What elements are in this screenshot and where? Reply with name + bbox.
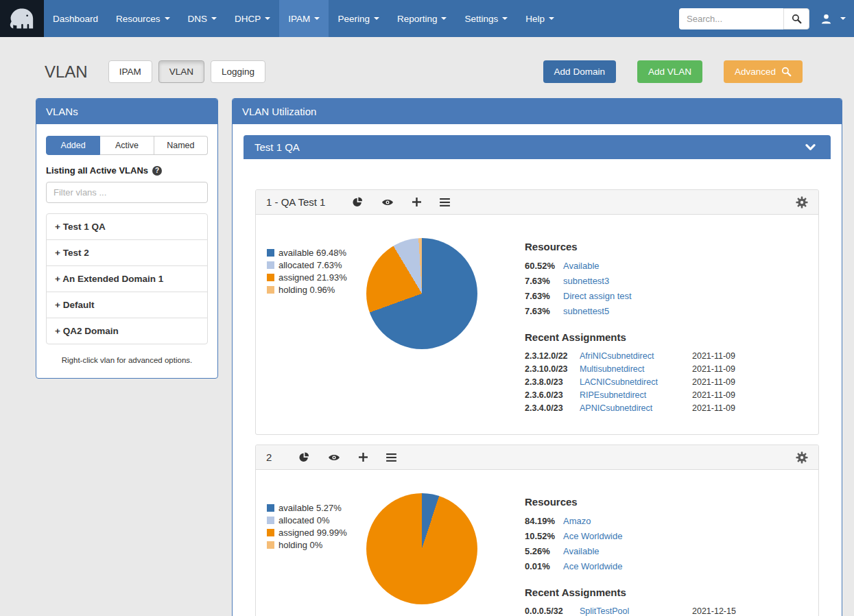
nav-item-label: Dashboard (53, 14, 98, 24)
nav-item-peering[interactable]: Peering (329, 0, 388, 37)
resource-link[interactable]: subnettest3 (563, 276, 609, 286)
recent-assignment-row: 2.3.10.0/23Multisubnetdirect2021-11-09 (525, 364, 807, 374)
nav-item-ipam[interactable]: IPAM (279, 0, 329, 37)
section-title: Test 1 QA (254, 141, 300, 153)
question-icon[interactable]: ? (152, 166, 162, 176)
vlan-card-body: available 69.48%allocated 7.63%assigned … (256, 215, 818, 434)
assignment-date: 2021-11-09 (692, 364, 807, 374)
vlan-item-an-extended-domain-1[interactable]: + An Extended Domain 1 (46, 265, 208, 292)
nav-item-label: DNS (188, 14, 208, 24)
search-icon (781, 67, 792, 77)
eye-icon[interactable] (381, 198, 394, 206)
elephant-logo-icon[interactable] (0, 0, 44, 37)
tab-ipam[interactable]: IPAM (108, 60, 152, 83)
global-search (679, 8, 809, 29)
caret-down-icon (840, 17, 846, 20)
legend-label: holding 0.96% (278, 285, 335, 295)
view-tabs: IPAMVLANLogging (108, 60, 265, 83)
pie-chart-area (363, 484, 481, 616)
resource-link[interactable]: Ace Worldwide (563, 561, 622, 571)
gear-icon[interactable] (796, 451, 808, 464)
assignment-link[interactable]: APNICsubnetdirect (580, 403, 684, 413)
global-search-button[interactable] (783, 8, 809, 29)
recent-assignments-heading: Recent Assignments (525, 331, 807, 343)
vlan-tab-named[interactable]: Named (154, 136, 208, 155)
assignment-link[interactable]: AfriNICsubnetdirect (580, 351, 684, 361)
caret-down-icon (441, 17, 447, 20)
vlan-tab-added[interactable]: Added (46, 136, 100, 155)
gear-icon[interactable] (796, 196, 808, 209)
resource-row: 7.63%Direct assign test (525, 291, 807, 301)
recent-assignment-row: 2.3.12.0/22AfriNICsubnetdirect2021-11-09 (525, 351, 807, 361)
resource-link[interactable]: Direct assign test (563, 291, 632, 301)
resource-percent: 60.52% (525, 261, 563, 271)
assignment-link[interactable]: Multisubnetdirect (580, 364, 684, 374)
search-icon (792, 14, 802, 24)
add-vlan-button[interactable]: Add VLAN (637, 60, 702, 83)
resource-link[interactable]: Amazo (563, 516, 591, 526)
legend-swatch (267, 504, 274, 512)
nav-item-reporting[interactable]: Reporting (388, 0, 456, 37)
assignment-link[interactable]: RIPEsubnetdirect (580, 390, 684, 400)
user-menu[interactable] (820, 13, 846, 25)
plus-icon[interactable] (412, 198, 421, 206)
legend-label: available 5.27% (278, 503, 342, 513)
legend-label: available 69.48% (278, 248, 346, 258)
eye-icon[interactable] (328, 453, 340, 462)
vlan-item-qa2-domain[interactable]: + QA2 Domain (46, 318, 208, 344)
recent-assignment-row: 2.3.6.0/23RIPEsubnetdirect2021-11-09 (525, 390, 807, 400)
resource-link[interactable]: Available (563, 261, 600, 271)
add-domain-button[interactable]: Add Domain (543, 60, 616, 83)
plus-icon[interactable] (359, 453, 368, 462)
vlan-item-default[interactable]: + Default (46, 292, 208, 318)
pie-chart-icon[interactable] (353, 197, 363, 207)
resource-link[interactable]: subnettest5 (563, 306, 609, 316)
legend-item: available 69.48% (267, 248, 363, 258)
chevron-down-icon[interactable] (805, 143, 816, 152)
page-container: VLAN IPAMVLANLogging Add DomainAdd VLANA… (36, 60, 816, 616)
vlan-list: + Test 1 QA+ Test 2+ An Extended Domain … (46, 213, 208, 344)
tab-vlan[interactable]: VLAN (158, 60, 204, 83)
vlan-item-test-2[interactable]: + Test 2 (46, 239, 208, 266)
pie-chart-icon[interactable] (299, 452, 309, 462)
resource-percent: 7.63% (525, 306, 563, 316)
vlan-card-header: 2 (256, 445, 818, 470)
assignment-cidr: 2.3.12.0/22 (525, 351, 571, 361)
nav-item-dhcp[interactable]: DHCP (226, 0, 279, 37)
vlan-utilization-body: Test 1 QA1 - QA Test 1available 69.48%al… (233, 124, 842, 616)
recent-assignment-row: 0.0.0.5/32SplitTestPool2021-12-15 (525, 606, 807, 616)
resource-percent: 7.63% (525, 291, 563, 301)
nav-item-help[interactable]: Help (517, 0, 563, 37)
nav-item-dashboard[interactable]: Dashboard (44, 0, 107, 37)
vlan-tab-active[interactable]: Active (100, 136, 154, 155)
vlan-item-test-1-qa[interactable]: + Test 1 QA (46, 213, 208, 240)
menu-icon[interactable] (440, 198, 450, 206)
nav-item-dns[interactable]: DNS (179, 0, 226, 37)
card-stats: Resources60.52%Available7.63%subnettest3… (525, 228, 807, 416)
legend-swatch (267, 529, 274, 536)
menu-icon[interactable] (386, 453, 396, 462)
resource-link[interactable]: Available (563, 546, 600, 556)
action-label: Add VLAN (648, 67, 691, 77)
nav-item-settings[interactable]: Settings (455, 0, 517, 37)
global-search-input[interactable] (679, 8, 783, 29)
content-panels: VLANs AddedActiveNamed Listing all Activ… (36, 98, 816, 616)
assignment-date: 2021-11-09 (692, 390, 807, 400)
listing-label: Listing all Active VLANs ? (46, 165, 208, 176)
chart-legend: available 5.27%allocated 0%assigned 99.9… (267, 503, 363, 616)
resource-percent: 5.26% (525, 546, 563, 556)
advanced-button[interactable]: Advanced (724, 60, 803, 83)
nav-item-resources[interactable]: Resources (107, 0, 179, 37)
assignment-link[interactable]: SplitTestPool (580, 606, 684, 616)
section-body: 1 - QA Test 1available 69.48%allocated 7… (244, 159, 831, 616)
section-header[interactable]: Test 1 QA (244, 135, 831, 159)
utilization-pie-chart (366, 493, 477, 604)
legend-label: assigned 21.93% (278, 272, 347, 283)
filter-vlans-input[interactable] (46, 182, 208, 203)
vlan-filter-tabs: AddedActiveNamed (46, 136, 208, 155)
assignment-link[interactable]: LACNICsubnetdirect (580, 377, 684, 387)
legend-item: available 5.27% (267, 503, 363, 513)
resource-link[interactable]: Ace Worldwide (563, 531, 622, 541)
action-label: Advanced (735, 67, 776, 77)
tab-logging[interactable]: Logging (211, 60, 265, 83)
